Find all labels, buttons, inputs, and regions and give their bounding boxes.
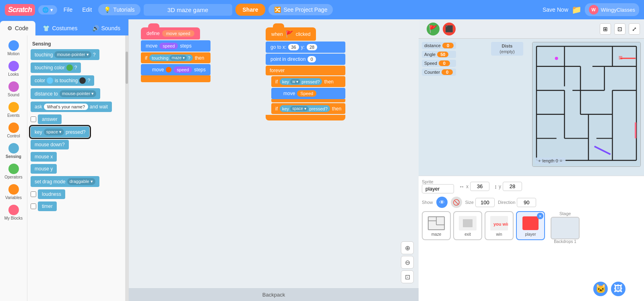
tutorials-button[interactable]: 💡 Tutorials: [98, 4, 140, 15]
sprite-name-input[interactable]: [422, 184, 454, 193]
zoom-in-button[interactable]: ⊕: [401, 241, 414, 254]
if-space-block[interactable]: if key space ▾ pressed? then: [271, 103, 345, 114]
move-neg-speed-block[interactable]: move speed steps: [141, 64, 211, 75]
code-icon: ⚙: [7, 25, 12, 31]
add-stage-button[interactable]: 🖼: [611, 282, 625, 296]
costumes-icon: 👕: [43, 25, 50, 31]
sensing-section-title: Sensing: [32, 41, 122, 47]
dists-content: (empty): [494, 49, 520, 54]
ask-wait-block[interactable]: ask What's your name? and wait: [31, 102, 112, 112]
category-control[interactable]: Control: [2, 121, 26, 140]
category-motion[interactable]: Motion: [2, 39, 26, 58]
color-swatch2: [47, 77, 53, 84]
control-dot: [8, 122, 19, 133]
equals-sign: =: [560, 158, 562, 163]
zoom-out-button[interactable]: ⊖: [401, 256, 414, 269]
motion-dot: [8, 40, 19, 51]
answer-block[interactable]: answer: [38, 114, 62, 124]
player-delete-button[interactable]: ✕: [537, 213, 543, 219]
define-hat-block[interactable]: define move speed: [141, 27, 200, 39]
category-sensing[interactable]: Sensing: [2, 141, 26, 160]
file-menu[interactable]: File: [60, 5, 76, 15]
hide-button[interactable]: 🚫: [451, 197, 462, 208]
project-title-input[interactable]: [144, 4, 232, 16]
add-sprite-button[interactable]: 🐱: [593, 282, 608, 296]
move-speed2-block[interactable]: move Speed: [271, 88, 345, 99]
if-touching-block[interactable]: if touching maze ▾ ? then: [141, 52, 211, 63]
user-menu[interactable]: W WiingyClasses: [585, 3, 639, 16]
zoom-controls: ⊕ ⊖ ⊡: [401, 241, 414, 283]
when-flag-block[interactable]: when 🚩 clicked: [266, 27, 316, 41]
key-pressed-block[interactable]: key space ▾ pressed?: [31, 127, 89, 137]
if-w-block[interactable]: if key w ▾ pressed? then: [271, 76, 345, 87]
forever-block[interactable]: forever: [266, 66, 345, 75]
color-touching-block[interactable]: color is touching ?: [31, 75, 94, 86]
timer-checkbox[interactable]: [31, 203, 36, 209]
win-icon: you win: [490, 216, 508, 230]
distance-to-block[interactable]: distance to mouse-pointer ▾: [31, 88, 100, 99]
tab-code[interactable]: ⚙ Code: [0, 21, 35, 35]
stage-header: 🚩 ⬛ ⊞ ⊡ ⤢: [419, 19, 644, 39]
category-events[interactable]: Events: [2, 100, 26, 119]
svg-text:≡: ≡: [618, 54, 622, 62]
timer-block[interactable]: timer: [38, 201, 57, 211]
scroll-thumb[interactable]: [126, 52, 128, 84]
sound-dot: [8, 81, 19, 92]
normal-stage-button[interactable]: ⊡: [614, 23, 625, 35]
mouse-x-block[interactable]: mouse x: [31, 152, 57, 162]
category-sound[interactable]: Sound: [2, 80, 26, 99]
zoom-fit-button[interactable]: ⊡: [401, 270, 414, 283]
category-myblocks[interactable]: My Blocks: [2, 203, 26, 222]
var-counter: Counter 0: [422, 69, 456, 76]
category-variables[interactable]: Variables: [2, 183, 26, 201]
edit-menu[interactable]: Edit: [79, 5, 95, 15]
language-button[interactable]: 🌐 ▾: [38, 5, 57, 15]
see-project-button[interactable]: 🔀 See Project Page: [268, 4, 333, 15]
goto-xy-block[interactable]: go to x: 36 y: 28: [266, 42, 345, 53]
block-mouse-down: mouse down?: [31, 140, 122, 149]
mouse-y-block[interactable]: mouse y: [31, 164, 57, 174]
show-eye-button[interactable]: 👁: [436, 197, 448, 208]
backpack-bar[interactable]: Backpack: [129, 288, 419, 301]
size-input[interactable]: [475, 198, 495, 207]
variable-display: distance 0 Angle 50 Speed 0 Counter 0: [422, 42, 456, 76]
stage-thumbnail[interactable]: [551, 217, 580, 239]
sprite-card-win[interactable]: you win win: [485, 211, 514, 240]
loudness-block[interactable]: loudness: [38, 189, 65, 199]
tab-sounds[interactable]: 🔊 Sounds: [85, 21, 128, 35]
tab-costumes[interactable]: 👕 Costumes: [35, 21, 85, 35]
answer-checkbox[interactable]: [31, 116, 36, 122]
fullscreen-button[interactable]: ⤢: [629, 23, 640, 35]
exit-icon: [459, 216, 477, 230]
set-drag-block[interactable]: set drag mode draggable ▾: [31, 176, 99, 187]
sprite-card-maze[interactable]: maze: [422, 211, 451, 240]
sprite-card-player[interactable]: ✕ player: [516, 211, 545, 240]
blocks-list: Sensing touching mouse-pointer ▾ ? touch…: [27, 35, 125, 301]
maze-icon: [427, 216, 445, 230]
dists-panel: Dists (empty): [491, 42, 523, 56]
move-speed-block[interactable]: move speed steps: [141, 40, 211, 52]
y-input[interactable]: [503, 182, 522, 191]
block-timer: timer: [31, 201, 122, 211]
touching-color-block[interactable]: touching color ?: [31, 62, 81, 73]
block-touching-color: touching color ?: [31, 62, 122, 73]
exit-preview: [458, 215, 477, 231]
save-now-button[interactable]: Save Now: [543, 6, 568, 13]
mouse-down-block[interactable]: mouse down?: [31, 140, 69, 149]
small-stage-button[interactable]: ⊞: [600, 23, 611, 35]
code-canvas[interactable]: define move speed move speed steps if to…: [129, 19, 419, 301]
stop-button[interactable]: ⬛: [443, 23, 456, 35]
direction-input[interactable]: [517, 198, 536, 207]
category-operators[interactable]: Operators: [2, 162, 26, 181]
x-input[interactable]: [470, 182, 489, 191]
loudness-checkbox[interactable]: [31, 191, 36, 197]
folder-icon[interactable]: 📁: [572, 5, 582, 15]
if-w-end: [271, 99, 345, 102]
green-flag-button[interactable]: 🚩: [427, 23, 440, 35]
point-direction-block[interactable]: point in direction 0: [266, 54, 345, 65]
touching-block[interactable]: touching mouse-pointer ▾ ?: [31, 49, 99, 60]
myblocks-dot: [8, 205, 19, 215]
sprite-card-exit[interactable]: exit: [453, 211, 482, 240]
share-button[interactable]: Share: [235, 4, 266, 16]
category-looks[interactable]: Looks: [2, 59, 26, 78]
